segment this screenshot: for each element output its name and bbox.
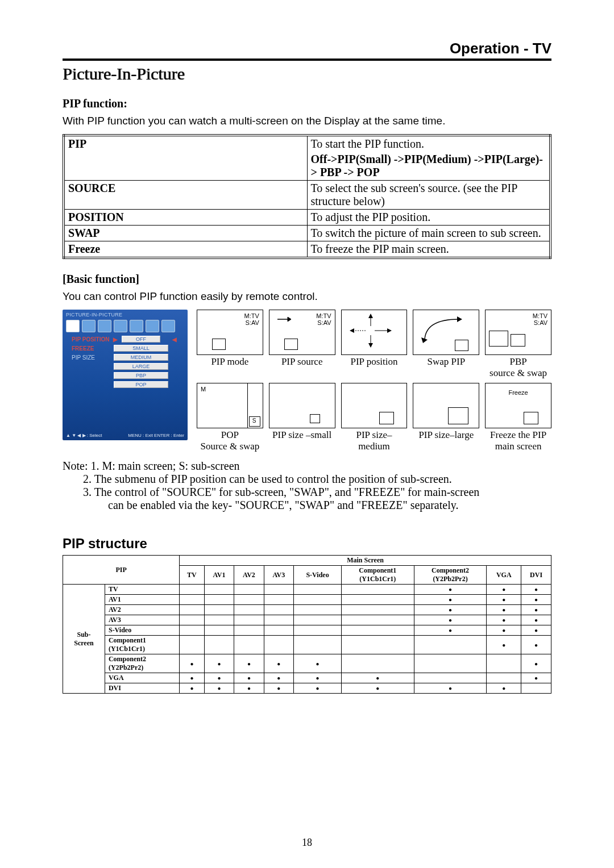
matrix-row: Sub-ScreenTV <box>63 585 551 595</box>
func-term: Freeze <box>64 241 307 258</box>
matrix-cell <box>180 673 205 683</box>
svg-marker-1 <box>288 317 291 322</box>
thumb-pop: M S <box>197 383 263 428</box>
divider <box>63 59 551 61</box>
thumb-caption: PIP size–medium <box>341 429 408 452</box>
matrix-cell <box>487 615 521 625</box>
matrix-cell <box>264 625 293 636</box>
matrix-row: AV3 <box>63 615 551 625</box>
svg-marker-9 <box>368 343 373 348</box>
matrix-cell <box>414 605 487 615</box>
matrix-row-head: AV2 <box>105 605 179 615</box>
matrix-cell <box>294 625 342 636</box>
diagram-cell: M:TV S:AV PIP source <box>269 310 335 378</box>
matrix-cell <box>521 654 551 673</box>
matrix-cell <box>521 683 551 694</box>
matrix-cell <box>264 605 293 615</box>
matrix-cell <box>341 654 414 673</box>
matrix-row-head: DVI <box>105 683 179 694</box>
arrow-left-icon: ◀ <box>171 336 179 343</box>
freeze-label: Freeze <box>486 389 551 396</box>
osd-footer: ▲ ▼ ◀ ▶ : Select MENU : Exit ENTER : Ent… <box>66 433 184 438</box>
func-desc: Off->PIP(Small) ->PIP(Medium) ->PIP(Larg… <box>307 152 550 181</box>
matrix-cell <box>521 595 551 605</box>
matrix-cell <box>521 673 551 683</box>
matrix-cell <box>341 615 414 625</box>
header-title: Operation - TV <box>63 40 551 57</box>
thumb-pip-mode: M:TV S:AV <box>197 310 263 355</box>
matrix-cell <box>487 683 521 694</box>
matrix-row-head: Component2(Y2Pb2Pr2) <box>105 654 179 673</box>
matrix-row: Component1(Y1Cb1Cr1) <box>63 636 551 654</box>
page-number: 18 <box>0 837 614 849</box>
matrix-subscreen-head: Sub-Screen <box>63 585 105 694</box>
thumb-caption: PIP position <box>341 356 408 368</box>
matrix-col-head: S-Video <box>294 566 342 585</box>
matrix-cell <box>234 636 264 654</box>
matrix-mainscreen: Main Screen <box>180 556 551 566</box>
matrix-row-head: AV3 <box>105 615 179 625</box>
osd-icon <box>130 320 143 332</box>
matrix-row: AV2 <box>63 605 551 615</box>
matrix-cell <box>294 615 342 625</box>
matrix-cell <box>234 615 264 625</box>
matrix-cell <box>180 585 205 595</box>
matrix-cell <box>264 654 293 673</box>
osd-row: LARGE <box>63 362 188 371</box>
matrix-cell <box>264 595 293 605</box>
matrix-cell <box>204 625 234 636</box>
func-term: PIP <box>64 135 307 181</box>
matrix-cell <box>234 654 264 673</box>
section-title: Picture-In-Picture <box>63 64 551 84</box>
func-term: POSITION <box>64 210 307 226</box>
matrix-col-head: TV <box>180 566 205 585</box>
matrix-row-head: S-Video <box>105 625 179 636</box>
table-row: SOURCE To select the sub screen's source… <box>64 181 550 210</box>
table-row: SWAP To switch the picture of main scree… <box>64 226 550 241</box>
osd-row: PBP <box>63 371 188 380</box>
thumb-pip-large <box>413 383 479 428</box>
notes-1: 1. M: main screen; S: sub-screen <box>90 460 239 472</box>
matrix-cell <box>294 636 342 654</box>
thumb-pip-source: M:TV S:AV <box>269 310 335 355</box>
osd-row: FREEZE SMALL <box>63 344 188 353</box>
arrow-right-icon: ▶ <box>111 336 119 343</box>
diagram-cell: M:TV S:AV PIP mode <box>197 310 263 378</box>
matrix-cell <box>521 585 551 595</box>
matrix-cell <box>204 595 234 605</box>
matrix-col-head: VGA <box>487 566 521 585</box>
matrix-col-head: DVI <box>521 566 551 585</box>
matrix-cell <box>341 585 414 595</box>
table-row: Freeze To freeze the PIP main screen. <box>64 241 550 258</box>
thumb-caption-2: Source & swap <box>197 441 263 452</box>
matrix-cell <box>414 683 487 694</box>
func-desc: To adjust the PIP position. <box>307 210 550 226</box>
diagram-cell: Freeze Freeze the PIP main screen <box>485 383 551 452</box>
svg-marker-10 <box>457 316 462 322</box>
matrix-cell <box>234 673 264 683</box>
matrix-cell <box>204 683 234 694</box>
matrix-cell <box>294 585 342 595</box>
basic-function-intro: You can control PIP function easily by r… <box>63 290 551 303</box>
matrix-cell <box>204 654 234 673</box>
matrix-row-head: Component1(Y1Cb1Cr1) <box>105 636 179 654</box>
matrix-cell <box>414 636 487 654</box>
page: Operation - TV Picture-In-Picture PIP fu… <box>0 0 614 868</box>
thumb-caption: PIP source <box>269 356 335 368</box>
thumb-caption: Swap PIP <box>413 356 479 368</box>
osd-row-value: PBP <box>114 372 168 379</box>
matrix-cell <box>294 683 342 694</box>
matrix-cell <box>487 605 521 615</box>
func-desc: To freeze the PIP main screen. <box>307 241 550 258</box>
matrix-cell <box>341 605 414 615</box>
osd-icon-row <box>63 319 188 335</box>
matrix-cell <box>234 625 264 636</box>
matrix-cell <box>180 683 205 694</box>
osd-icon <box>98 320 111 332</box>
thumb-caption: PIP mode <box>197 356 263 368</box>
matrix-cell <box>180 615 205 625</box>
osd-row-value: MEDIUM <box>114 354 168 361</box>
matrix-col-head: AV3 <box>264 566 293 585</box>
function-table: PIP To start the PIP function. Off->PIP(… <box>63 134 551 259</box>
osd-row: PIP POSITION ▶ OFF ◀ <box>63 335 188 344</box>
